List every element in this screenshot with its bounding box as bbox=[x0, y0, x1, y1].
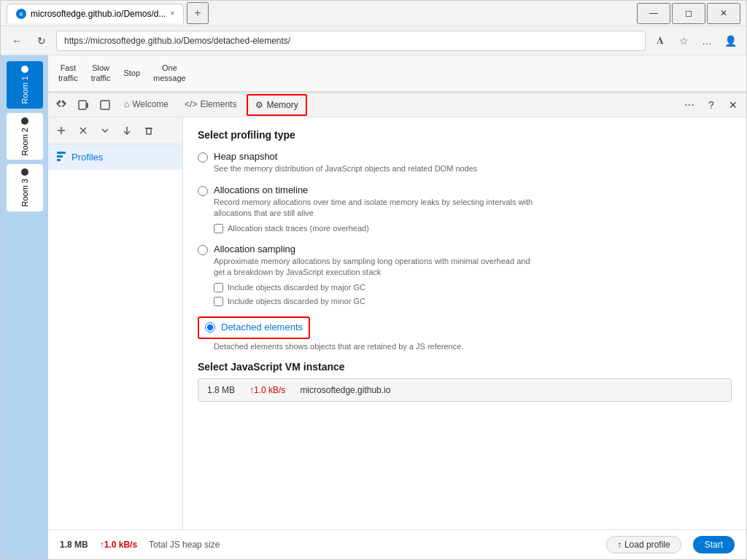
devtools-toolbar: ⌂ Welcome </> Elements ⚙ Memory ⋯ ? bbox=[48, 93, 746, 117]
svg-rect-9 bbox=[57, 152, 66, 154]
fast-traffic-button[interactable]: Fasttraffic bbox=[54, 60, 82, 87]
devtools-right-buttons: ⋯ ? ✕ bbox=[679, 95, 743, 115]
profiles-toolbar bbox=[48, 117, 182, 144]
svg-rect-2 bbox=[101, 101, 109, 109]
svg-rect-0 bbox=[79, 101, 86, 109]
inspect-icon[interactable] bbox=[51, 95, 71, 115]
profile-icon[interactable]: 👤 bbox=[720, 31, 740, 51]
detached-elements-radio[interactable] bbox=[205, 322, 215, 332]
svg-rect-11 bbox=[57, 159, 61, 161]
minimize-button[interactable]: — bbox=[637, 3, 670, 24]
browser-tab[interactable]: e microsoftedge.github.io/Demos/d... × bbox=[7, 4, 184, 23]
heap-snapshot-radio[interactable] bbox=[198, 152, 208, 163]
dock-close-icon[interactable]: ✕ bbox=[723, 95, 743, 115]
profiles-delete-icon[interactable] bbox=[73, 120, 93, 141]
tab-title: microsoftedge.github.io/Demos/d... bbox=[31, 9, 166, 19]
memory-icon: ⚙ bbox=[255, 100, 263, 110]
stop-button[interactable]: Stop bbox=[119, 65, 144, 81]
vm-url: microsoftedge.github.io bbox=[300, 385, 390, 395]
maximize-button[interactable]: ◻ bbox=[672, 3, 705, 24]
allocations-timeline-option: Allocations on timeline Record memory al… bbox=[198, 184, 732, 233]
vm-instance-table: 1.8 MB ↑1.0 kB/s microsoftedge.github.io bbox=[198, 378, 732, 402]
room-1-dot bbox=[21, 66, 28, 73]
start-button[interactable]: Start bbox=[693, 536, 735, 553]
js-vm-section: Select JavaScript VM instance 1.8 MB ↑1.… bbox=[198, 361, 732, 402]
more-options-icon[interactable]: ⋯ bbox=[679, 95, 700, 115]
one-message-button[interactable]: Onemessage bbox=[149, 60, 190, 87]
close-button[interactable]: ✕ bbox=[707, 3, 740, 24]
minor-gc-label: Include objects discarded by minor GC bbox=[228, 297, 365, 306]
more-icon[interactable]: … bbox=[697, 31, 717, 51]
room-2-dot bbox=[21, 117, 28, 125]
tab-memory[interactable]: ⚙ Memory bbox=[247, 94, 306, 116]
profiles-icon bbox=[55, 150, 67, 164]
minor-gc-checkbox[interactable] bbox=[214, 297, 223, 306]
allocations-timeline-radio[interactable] bbox=[198, 186, 208, 196]
footer-rate: ↑1.0 kB/s bbox=[100, 540, 137, 550]
allocation-stack-traces-sub: Allocation stack traces (more overhead) bbox=[214, 224, 542, 233]
back-button[interactable]: ← bbox=[7, 31, 27, 51]
address-icon-group: 𝐀 ☆ … 👤 bbox=[650, 31, 740, 51]
js-vm-title: Select JavaScript VM instance bbox=[198, 361, 732, 373]
slow-traffic-button[interactable]: Slowtraffic bbox=[87, 60, 115, 87]
device-icon[interactable] bbox=[73, 95, 93, 115]
footer-bar: 1.8 MB ↑1.0 kB/s Total JS heap size ↑ Lo… bbox=[48, 529, 746, 559]
allocations-timeline-label: Allocations on timeline bbox=[214, 184, 542, 195]
allocation-stack-traces-label: Allocation stack traces (more overhead) bbox=[228, 224, 369, 233]
allocation-sampling-label: Allocation sampling bbox=[214, 244, 542, 254]
memory-label: Memory bbox=[266, 100, 298, 110]
major-gc-sub: Include objects discarded by major GC bbox=[214, 283, 542, 292]
room-1-card[interactable]: Room 1 bbox=[7, 61, 43, 109]
profiles-clear-icon[interactable] bbox=[139, 120, 159, 141]
address-input[interactable] bbox=[56, 31, 646, 51]
room-1-label: Room 1 bbox=[20, 76, 29, 104]
help-icon[interactable]: ? bbox=[701, 95, 721, 115]
window-controls: — ◻ ✕ bbox=[637, 3, 740, 24]
profiles-add-icon[interactable] bbox=[51, 120, 71, 141]
detached-elements-option[interactable]: Detached elements bbox=[198, 316, 310, 339]
heap-snapshot-content: Heap snapshot See the memory distributio… bbox=[214, 151, 477, 174]
load-profile-icon: ↑ bbox=[617, 540, 622, 550]
heap-snapshot-label: Heap snapshot bbox=[214, 151, 477, 162]
allocations-timeline-desc: Record memory allocations over time and … bbox=[214, 197, 542, 219]
devtools-body: Profiles Select profiling type Heap snap… bbox=[48, 117, 746, 529]
allocation-stack-traces-checkbox[interactable] bbox=[214, 224, 223, 233]
welcome-label: Welcome bbox=[132, 99, 169, 109]
devtools-panel: ⌂ Welcome </> Elements ⚙ Memory ⋯ ? bbox=[48, 92, 746, 559]
main-area: Room 1 Room 2 Room 3 Fasttraffic Slowtra… bbox=[1, 55, 746, 559]
minor-gc-sub: Include objects discarded by minor GC bbox=[214, 297, 542, 306]
address-bar: ← ↻ 𝐀 ☆ … 👤 bbox=[1, 26, 746, 55]
room-3-dot bbox=[21, 168, 28, 176]
allocations-timeline-content: Allocations on timeline Record memory al… bbox=[214, 184, 542, 233]
elements-label: Elements bbox=[200, 99, 236, 109]
vm-instance-row[interactable]: 1.8 MB ↑1.0 kB/s microsoftedge.github.io bbox=[198, 379, 731, 401]
allocation-sampling-option: Allocation sampling Approximate memory a… bbox=[198, 244, 732, 306]
profiles-down-icon[interactable] bbox=[117, 120, 137, 141]
title-bar: e microsoftedge.github.io/Demos/d... × +… bbox=[1, 1, 746, 26]
new-tab-button[interactable]: + bbox=[187, 2, 208, 24]
major-gc-checkbox[interactable] bbox=[214, 283, 223, 292]
profiles-panel: Profiles bbox=[48, 117, 183, 529]
vm-rate: ↑1.0 kB/s bbox=[249, 385, 285, 395]
more-tools-icon[interactable] bbox=[95, 95, 115, 115]
rooms-sidebar: Room 1 Room 2 Room 3 bbox=[1, 55, 48, 559]
footer-label: Total JS heap size bbox=[149, 540, 220, 550]
refresh-button[interactable]: ↻ bbox=[31, 31, 52, 51]
favorites-icon[interactable]: ☆ bbox=[673, 31, 694, 51]
heap-snapshot-desc: See the memory distribution of JavaScrip… bbox=[214, 163, 477, 174]
room-2-label: Room 2 bbox=[20, 128, 29, 156]
profiles-expand-icon[interactable] bbox=[95, 120, 115, 141]
read-mode-icon[interactable]: 𝐀 bbox=[650, 31, 670, 51]
controls-and-devtools: Fasttraffic Slowtraffic Stop Onemessage bbox=[48, 55, 746, 559]
detached-elements-desc: Detached elements shows objects that are… bbox=[214, 342, 732, 351]
room-2-card[interactable]: Room 2 bbox=[7, 113, 43, 160]
room-3-card[interactable]: Room 3 bbox=[7, 164, 43, 211]
allocation-sampling-radio[interactable] bbox=[198, 245, 208, 255]
tab-welcome[interactable]: ⌂ Welcome bbox=[117, 95, 176, 115]
tab-elements[interactable]: </> Elements bbox=[177, 95, 244, 115]
load-profile-button[interactable]: ↑ Load profile bbox=[606, 536, 681, 553]
tab-close-button[interactable]: × bbox=[170, 9, 174, 18]
footer-size: 1.8 MB bbox=[60, 540, 88, 550]
allocation-sampling-desc: Approximate memory allocations by sampli… bbox=[214, 256, 542, 279]
profiles-item[interactable]: Profiles bbox=[48, 144, 182, 170]
